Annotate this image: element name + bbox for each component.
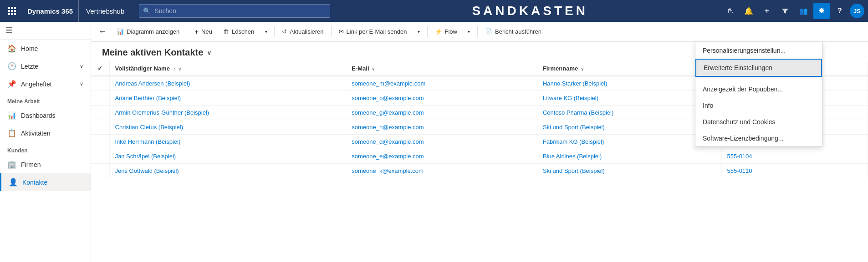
sidebar-item-kontakte[interactable]: 👤 Kontakte [0,173,91,191]
col-header-name[interactable]: Vollständiger Name ↑ ∨ [109,61,346,76]
diagramm-icon: 📊 [117,28,124,35]
aktualisieren-button[interactable]: ↺ Aktualisieren [277,25,328,39]
checkbox-header[interactable]: ✓ [91,61,109,76]
row-checkbox[interactable] [91,164,109,178]
trash-icon: 🗑 [223,28,229,35]
sidebar-item-dashboards[interactable]: 📊 Dashboards [0,106,91,124]
col-header-firma[interactable]: Firmenname ∨ [537,61,721,76]
user-avatar[interactable]: JS [850,4,864,18]
sidebar-item-home[interactable]: 🏠 Home [0,40,91,57]
row-firma[interactable]: Hanno Starker (Beispiel) [537,76,721,91]
diagramm-button[interactable]: 📊 Diagramm anzeigen [112,25,184,39]
sidebar-item-angeheftet[interactable]: 📌 Angeheftet ∨ [0,75,91,93]
clock-icon: 🕐 [7,62,16,71]
row-name[interactable]: Andreas Andersen (Beispiel) [109,76,346,91]
bell-icon-btn[interactable]: 🔔 [740,3,757,19]
page-title-chevron-icon[interactable]: ∨ [207,49,211,56]
flow-label: Flow [445,28,457,35]
dropdown-divider [695,79,822,79]
row-name[interactable]: Armin Cremerius-Günther (Beispiel) [109,106,346,120]
row-telefon[interactable]: 555-0104 [721,149,868,164]
row-email[interactable]: someone_d@example.com [346,135,537,149]
row-email[interactable]: someone_h@example.com [346,120,537,135]
row-name[interactable]: Christian Cletus (Beispiel) [109,120,346,135]
settings-dropdown-menu: Personalisierungseinstellun...Erweiterte… [695,42,822,147]
row-email[interactable]: someone_b@example.com [346,91,537,106]
loeschen-chevron-button[interactable]: ▾ [260,25,271,39]
link-button[interactable]: ✉ Link per E-Mail senden [334,25,412,39]
command-bar: ← 📊 Diagramm anzeigen + Neu 🗑 Löschen ▾ … [91,22,868,42]
row-email[interactable]: someone_m@example.com [346,76,537,91]
section-meine-arbeit: Meine Arbeit [0,93,91,106]
row-name[interactable]: Jan Schräpel (Beispiel) [109,149,346,164]
row-email[interactable]: someone_k@example.com [346,164,537,178]
sidebar-label-home: Home [21,45,38,52]
row-firma[interactable]: Fabrikam KG (Beispiel) [537,135,721,149]
help-icon-btn[interactable]: ? [832,3,848,19]
kontakte-icon: 👤 [9,178,18,186]
loeschen-button[interactable]: 🗑 Löschen [219,25,259,39]
flow-chevron-button[interactable]: ▾ [464,25,475,39]
row-checkbox[interactable] [91,135,109,149]
link-chevron-button[interactable]: ▾ [414,25,424,39]
row-firma[interactable]: Ski und Sport (Beispiel) [537,120,721,135]
search-box[interactable]: 🔍 [139,4,330,18]
row-firma[interactable]: Contoso Pharma (Beispiel) [537,106,721,120]
search-people-icon-btn[interactable]: 👥 [795,3,812,19]
sidebar-item-aktivitaeten[interactable]: 📋 Aktivitäten [0,124,91,142]
pin-icon: 📌 [7,80,16,88]
row-name[interactable]: Jens Gottwald (Beispiel) [109,164,346,178]
sync-icon-btn[interactable] [722,3,739,19]
dropdown-item-datenschutz[interactable]: Datenschutz und Cookies [695,114,822,130]
dropdown-item-erweiterte[interactable]: Erweiterte Einstellungen [695,59,822,77]
row-checkbox[interactable] [91,106,109,120]
dropdown-item-lizenzbedingung[interactable]: Software-Lizenzbedingung... [695,130,822,146]
dropdown-item-personalisierung[interactable]: Personalisierungseinstellun... [695,42,822,59]
report-icon: 📄 [485,28,492,35]
row-email[interactable]: someone_g@example.com [346,106,537,120]
aktivitaeten-icon: 📋 [7,129,16,137]
row-name[interactable]: Ariane Berthier (Beispiel) [109,91,346,106]
row-email[interactable]: someone_e@example.com [346,149,537,164]
back-button[interactable]: ← [95,25,110,39]
settings-icon-btn[interactable] [813,3,830,19]
flow-button[interactable]: ⚡ Flow [430,25,462,39]
row-checkbox[interactable] [91,91,109,106]
sidebar-label-kontakte: Kontakte [22,179,47,186]
col-header-email[interactable]: E-Mail ∨ [346,61,537,76]
row-firma[interactable]: Litware KG (Beispiel) [537,91,721,106]
plus-icon-btn[interactable]: + [759,3,775,19]
dropdown-item-info[interactable]: Info [695,97,822,114]
filter-icon-btn[interactable] [777,3,793,19]
row-checkbox[interactable] [91,120,109,135]
bericht-button[interactable]: 📄 Bericht ausführen [480,25,546,39]
dashboards-icon: 📊 [7,111,16,120]
sidebar-toggle-button[interactable]: ☰ [0,22,91,40]
row-checkbox[interactable] [91,76,109,91]
sidebar-item-letzte[interactable]: 🕐 Letzte ∨ [0,57,91,75]
plus-icon: + [194,28,199,35]
row-firma[interactable]: Ski und Sport (Beispiel) [537,164,721,178]
separator-2 [274,26,275,37]
neu-button[interactable]: + Neu [190,25,217,39]
waffle-menu-button[interactable] [4,3,20,19]
col-firma-chevron-icon[interactable]: ∨ [581,66,584,71]
row-telefon[interactable]: 555-0110 [721,164,868,178]
col-email-chevron-icon[interactable]: ∨ [372,66,375,71]
col-email-label: E-Mail [352,65,369,72]
row-firma[interactable]: Blue Airlines (Beispiel) [537,149,721,164]
separator-1 [187,26,187,37]
col-name-chevron-icon[interactable]: ∨ [178,66,181,71]
search-input[interactable] [154,7,326,15]
svg-rect-5 [14,10,16,12]
app-brand[interactable]: Dynamics 365 [22,0,79,22]
diagramm-label: Diagramm anzeigen [127,28,179,35]
sidebar-item-firmen[interactable]: 🏢 Firmen [0,156,91,173]
row-name[interactable]: Inke Herrmann (Beispiel) [109,135,346,149]
search-icon: 🔍 [143,7,151,15]
aktualisieren-label: Aktualisieren [290,28,323,35]
dropdown-item-anzeigezeit[interactable]: Anzeigezeit der Popupben... [695,81,822,97]
row-checkbox[interactable] [91,149,109,164]
sidebar-label-angeheftet: Angeheftet [21,81,52,88]
hub-name-label[interactable]: Vertriebshub [79,7,132,15]
